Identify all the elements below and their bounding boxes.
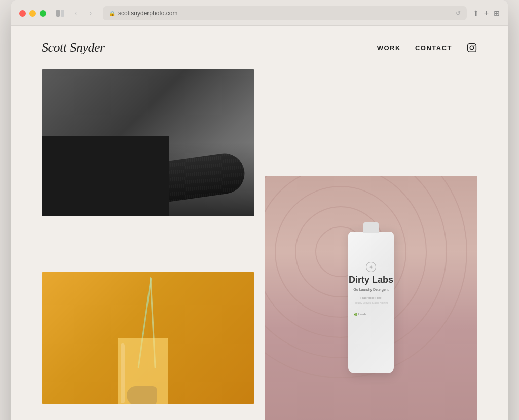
close-button[interactable] [19, 10, 26, 17]
nav-links: WORK CONTACT [377, 42, 477, 53]
site-navigation: Scott Snyder WORK CONTACT [11, 26, 508, 69]
gallery-item-sonos[interactable]: SONOS [42, 69, 254, 216]
url-bar-wrapper: 🔒 scottsnyderphoto.com ↺ [103, 6, 467, 20]
share-icon[interactable]: ⬆ [473, 9, 479, 17]
back-button[interactable]: ‹ [69, 8, 82, 18]
dirty-labs-bottle: ✳ Dirty Labs Go Laundry Detergent Fragra… [348, 232, 394, 373]
browser-actions: ⬆ + ⊞ [473, 9, 500, 18]
bottle-detail: Fragrance Free Proudly Leaves Stains Not… [354, 296, 388, 316]
svg-rect-1 [61, 10, 64, 17]
refresh-icon[interactable]: ↺ [456, 10, 461, 17]
nav-work-link[interactable]: WORK [377, 44, 401, 52]
bottle-logo: ✳ Dirty Labs Go Laundry Detergent [349, 262, 393, 292]
sonos-image: SONOS [42, 69, 254, 216]
gallery-item-dirty-labs[interactable]: ✳ Dirty Labs Go Laundry Detergent Fragra… [265, 176, 477, 420]
browser-window: ‹ › 🔒 scottsnyderphoto.com ↺ ⬆ + ⊞ Scott… [11, 0, 508, 420]
browser-chrome: ‹ › 🔒 scottsnyderphoto.com ↺ ⬆ + ⊞ [11, 0, 508, 26]
svg-point-4 [474, 45, 475, 46]
forward-button[interactable]: › [85, 8, 97, 18]
bottle-cap [363, 222, 379, 233]
gallery-item-drink[interactable] [42, 272, 254, 404]
nav-contact-link[interactable]: CONTACT [415, 44, 452, 52]
site-logo[interactable]: Scott Snyder [42, 40, 105, 55]
svg-point-3 [470, 46, 474, 50]
traffic-lights [19, 10, 46, 17]
sonos-speaker: SONOS [56, 150, 247, 216]
gallery-grid: SONOS [11, 69, 508, 420]
svg-rect-0 [56, 10, 60, 17]
svg-rect-2 [468, 44, 476, 52]
new-tab-icon[interactable]: + [484, 9, 489, 18]
url-text: scottsnyderphoto.com [118, 10, 177, 17]
website-content: Scott Snyder WORK CONTACT [11, 26, 508, 420]
dirty-labs-image: ✳ Dirty Labs Go Laundry Detergent Fragra… [265, 176, 477, 420]
instagram-link[interactable] [466, 42, 477, 53]
browser-controls: ‹ › [54, 8, 97, 18]
minimize-button[interactable] [29, 10, 36, 17]
bottle-product: Go Laundry Detergent [349, 287, 393, 292]
sidebar-toggle[interactable] [54, 8, 66, 18]
maximize-button[interactable] [40, 10, 46, 17]
lock-icon: 🔒 [109, 11, 115, 16]
grid-icon[interactable]: ⊞ [494, 9, 500, 17]
url-bar[interactable]: 🔒 scottsnyderphoto.com ↺ [103, 6, 467, 20]
bottle-brand-name: Dirty Labs [349, 275, 393, 285]
ginger-root [127, 386, 157, 404]
sonos-brand-label: SONOS [73, 188, 101, 198]
drink-image [42, 272, 254, 404]
